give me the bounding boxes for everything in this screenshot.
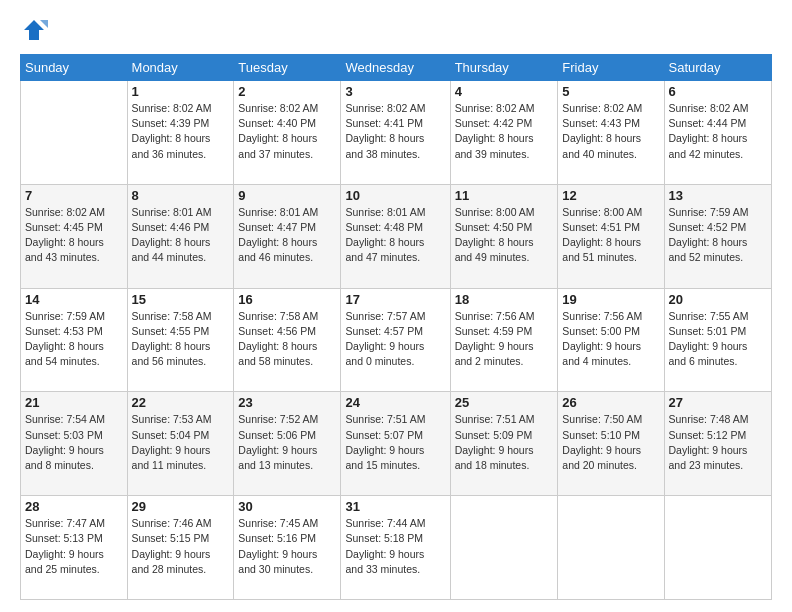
calendar-cell: 9Sunrise: 8:01 AM Sunset: 4:47 PM Daylig…: [234, 184, 341, 288]
day-number: 30: [238, 499, 336, 514]
day-info: Sunrise: 7:58 AM Sunset: 4:55 PM Dayligh…: [132, 309, 230, 370]
header: [20, 16, 772, 44]
calendar-week-2: 7Sunrise: 8:02 AM Sunset: 4:45 PM Daylig…: [21, 184, 772, 288]
day-number: 24: [345, 395, 445, 410]
svg-marker-1: [40, 20, 48, 28]
calendar-cell: 2Sunrise: 8:02 AM Sunset: 4:40 PM Daylig…: [234, 81, 341, 185]
day-number: 1: [132, 84, 230, 99]
calendar-header-tuesday: Tuesday: [234, 55, 341, 81]
day-info: Sunrise: 8:00 AM Sunset: 4:51 PM Dayligh…: [562, 205, 659, 266]
day-number: 18: [455, 292, 554, 307]
day-number: 25: [455, 395, 554, 410]
calendar-cell: 15Sunrise: 7:58 AM Sunset: 4:55 PM Dayli…: [127, 288, 234, 392]
calendar-header-sunday: Sunday: [21, 55, 128, 81]
svg-marker-0: [24, 20, 44, 40]
calendar-header-friday: Friday: [558, 55, 664, 81]
logo-icon: [20, 16, 48, 44]
day-number: 2: [238, 84, 336, 99]
day-info: Sunrise: 8:02 AM Sunset: 4:44 PM Dayligh…: [669, 101, 767, 162]
day-info: Sunrise: 7:51 AM Sunset: 5:09 PM Dayligh…: [455, 412, 554, 473]
calendar-cell: 29Sunrise: 7:46 AM Sunset: 5:15 PM Dayli…: [127, 496, 234, 600]
day-number: 29: [132, 499, 230, 514]
day-info: Sunrise: 8:01 AM Sunset: 4:48 PM Dayligh…: [345, 205, 445, 266]
day-info: Sunrise: 7:51 AM Sunset: 5:07 PM Dayligh…: [345, 412, 445, 473]
day-number: 7: [25, 188, 123, 203]
calendar-cell: 8Sunrise: 8:01 AM Sunset: 4:46 PM Daylig…: [127, 184, 234, 288]
calendar-header-monday: Monday: [127, 55, 234, 81]
calendar-cell: [21, 81, 128, 185]
calendar-cell: [664, 496, 771, 600]
day-number: 5: [562, 84, 659, 99]
calendar-cell: [558, 496, 664, 600]
day-number: 4: [455, 84, 554, 99]
day-number: 13: [669, 188, 767, 203]
calendar-week-5: 28Sunrise: 7:47 AM Sunset: 5:13 PM Dayli…: [21, 496, 772, 600]
logo: [20, 16, 52, 44]
day-info: Sunrise: 7:46 AM Sunset: 5:15 PM Dayligh…: [132, 516, 230, 577]
calendar-header-thursday: Thursday: [450, 55, 558, 81]
calendar-week-4: 21Sunrise: 7:54 AM Sunset: 5:03 PM Dayli…: [21, 392, 772, 496]
day-number: 11: [455, 188, 554, 203]
day-info: Sunrise: 7:58 AM Sunset: 4:56 PM Dayligh…: [238, 309, 336, 370]
day-info: Sunrise: 8:02 AM Sunset: 4:43 PM Dayligh…: [562, 101, 659, 162]
calendar-cell: 5Sunrise: 8:02 AM Sunset: 4:43 PM Daylig…: [558, 81, 664, 185]
calendar: SundayMondayTuesdayWednesdayThursdayFrid…: [20, 54, 772, 600]
day-number: 19: [562, 292, 659, 307]
day-info: Sunrise: 7:59 AM Sunset: 4:52 PM Dayligh…: [669, 205, 767, 266]
day-number: 26: [562, 395, 659, 410]
day-info: Sunrise: 8:01 AM Sunset: 4:46 PM Dayligh…: [132, 205, 230, 266]
day-info: Sunrise: 8:00 AM Sunset: 4:50 PM Dayligh…: [455, 205, 554, 266]
day-number: 10: [345, 188, 445, 203]
day-info: Sunrise: 8:02 AM Sunset: 4:42 PM Dayligh…: [455, 101, 554, 162]
day-number: 3: [345, 84, 445, 99]
calendar-cell: 16Sunrise: 7:58 AM Sunset: 4:56 PM Dayli…: [234, 288, 341, 392]
calendar-header-row: SundayMondayTuesdayWednesdayThursdayFrid…: [21, 55, 772, 81]
day-number: 31: [345, 499, 445, 514]
calendar-cell: 14Sunrise: 7:59 AM Sunset: 4:53 PM Dayli…: [21, 288, 128, 392]
day-info: Sunrise: 7:54 AM Sunset: 5:03 PM Dayligh…: [25, 412, 123, 473]
calendar-cell: 6Sunrise: 8:02 AM Sunset: 4:44 PM Daylig…: [664, 81, 771, 185]
day-number: 6: [669, 84, 767, 99]
calendar-cell: 22Sunrise: 7:53 AM Sunset: 5:04 PM Dayli…: [127, 392, 234, 496]
day-info: Sunrise: 8:01 AM Sunset: 4:47 PM Dayligh…: [238, 205, 336, 266]
calendar-header-wednesday: Wednesday: [341, 55, 450, 81]
day-info: Sunrise: 8:02 AM Sunset: 4:39 PM Dayligh…: [132, 101, 230, 162]
calendar-cell: 31Sunrise: 7:44 AM Sunset: 5:18 PM Dayli…: [341, 496, 450, 600]
day-number: 21: [25, 395, 123, 410]
day-info: Sunrise: 7:52 AM Sunset: 5:06 PM Dayligh…: [238, 412, 336, 473]
page: SundayMondayTuesdayWednesdayThursdayFrid…: [0, 0, 792, 612]
calendar-cell: 1Sunrise: 8:02 AM Sunset: 4:39 PM Daylig…: [127, 81, 234, 185]
calendar-cell: 4Sunrise: 8:02 AM Sunset: 4:42 PM Daylig…: [450, 81, 558, 185]
day-number: 23: [238, 395, 336, 410]
calendar-cell: 19Sunrise: 7:56 AM Sunset: 5:00 PM Dayli…: [558, 288, 664, 392]
day-info: Sunrise: 8:02 AM Sunset: 4:41 PM Dayligh…: [345, 101, 445, 162]
day-info: Sunrise: 8:02 AM Sunset: 4:40 PM Dayligh…: [238, 101, 336, 162]
calendar-cell: [450, 496, 558, 600]
calendar-cell: 24Sunrise: 7:51 AM Sunset: 5:07 PM Dayli…: [341, 392, 450, 496]
calendar-cell: 23Sunrise: 7:52 AM Sunset: 5:06 PM Dayli…: [234, 392, 341, 496]
day-info: Sunrise: 7:55 AM Sunset: 5:01 PM Dayligh…: [669, 309, 767, 370]
day-info: Sunrise: 7:48 AM Sunset: 5:12 PM Dayligh…: [669, 412, 767, 473]
day-info: Sunrise: 7:47 AM Sunset: 5:13 PM Dayligh…: [25, 516, 123, 577]
calendar-cell: 13Sunrise: 7:59 AM Sunset: 4:52 PM Dayli…: [664, 184, 771, 288]
calendar-cell: 12Sunrise: 8:00 AM Sunset: 4:51 PM Dayli…: [558, 184, 664, 288]
calendar-cell: 11Sunrise: 8:00 AM Sunset: 4:50 PM Dayli…: [450, 184, 558, 288]
day-number: 15: [132, 292, 230, 307]
calendar-cell: 18Sunrise: 7:56 AM Sunset: 4:59 PM Dayli…: [450, 288, 558, 392]
day-info: Sunrise: 8:02 AM Sunset: 4:45 PM Dayligh…: [25, 205, 123, 266]
calendar-cell: 25Sunrise: 7:51 AM Sunset: 5:09 PM Dayli…: [450, 392, 558, 496]
calendar-cell: 26Sunrise: 7:50 AM Sunset: 5:10 PM Dayli…: [558, 392, 664, 496]
day-info: Sunrise: 7:56 AM Sunset: 4:59 PM Dayligh…: [455, 309, 554, 370]
day-info: Sunrise: 7:50 AM Sunset: 5:10 PM Dayligh…: [562, 412, 659, 473]
day-info: Sunrise: 7:45 AM Sunset: 5:16 PM Dayligh…: [238, 516, 336, 577]
day-number: 17: [345, 292, 445, 307]
day-number: 12: [562, 188, 659, 203]
calendar-week-1: 1Sunrise: 8:02 AM Sunset: 4:39 PM Daylig…: [21, 81, 772, 185]
calendar-cell: 30Sunrise: 7:45 AM Sunset: 5:16 PM Dayli…: [234, 496, 341, 600]
day-info: Sunrise: 7:56 AM Sunset: 5:00 PM Dayligh…: [562, 309, 659, 370]
calendar-cell: 20Sunrise: 7:55 AM Sunset: 5:01 PM Dayli…: [664, 288, 771, 392]
calendar-header-saturday: Saturday: [664, 55, 771, 81]
calendar-cell: 10Sunrise: 8:01 AM Sunset: 4:48 PM Dayli…: [341, 184, 450, 288]
calendar-cell: 21Sunrise: 7:54 AM Sunset: 5:03 PM Dayli…: [21, 392, 128, 496]
calendar-cell: 28Sunrise: 7:47 AM Sunset: 5:13 PM Dayli…: [21, 496, 128, 600]
